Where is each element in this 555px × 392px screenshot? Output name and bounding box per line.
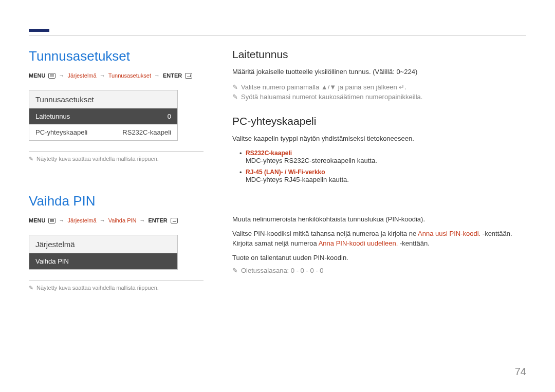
pencil-icon: ✎ [232, 83, 238, 91]
breadcrumb-seg1: Järjestelmä [67, 72, 96, 79]
breadcrumb-menu-label: MENU [29, 217, 45, 223]
pencil-icon: ✎ [232, 93, 238, 101]
divider [29, 280, 203, 281]
breadcrumb: MENU → Järjestelmä → Vaihda PIN → ENTER [29, 217, 203, 223]
horizontal-rule [29, 35, 526, 35]
note-text: Syötä haluamasi numerot kaukosäätimen nu… [241, 93, 422, 101]
list-item: RJ-45 (LAN)- / Wi-Fi-verkko MDC-yhteys R… [239, 169, 526, 183]
section-title-vaihda-pin: Vaihda PIN [29, 193, 203, 209]
row-value: RS232C-kaapeli [122, 128, 171, 136]
arrow-icon: → [100, 217, 105, 223]
enter-icon [185, 73, 192, 79]
note: ✎ Syötä haluamasi numerot kaukosäätimen … [232, 93, 526, 101]
breadcrumb-enter-label: ENTER [163, 72, 182, 79]
row-label: Vaihda PIN [35, 257, 69, 265]
accent-bar [29, 29, 49, 32]
breadcrumb-seg1: Järjestelmä [67, 217, 96, 223]
note-text: Näytetty kuva saattaa vaihdella mallista… [36, 285, 159, 291]
card-title: Tunnusasetukset [29, 90, 177, 108]
divider [29, 151, 203, 152]
section-laitetunnus: Laitetunnus Määritä jokaiselle tuotteell… [232, 48, 526, 101]
card-row-selected[interactable]: Laitetunnus 0 [29, 108, 177, 124]
breadcrumb-menu-label: MENU [29, 72, 45, 79]
row-label: Laitetunnus [35, 113, 70, 120]
subsection-title: Laitetunnus [232, 48, 526, 61]
note-text: Valitse numero painamalla ▲/▼ ja paina s… [241, 83, 406, 91]
row-label: PC-yhteyskaapeli [35, 128, 87, 136]
arrow-icon: → [139, 217, 145, 223]
arrow-icon: → [154, 72, 160, 79]
arrow-icon: → [100, 72, 105, 79]
arrow-icon: → [59, 217, 64, 223]
option-desc: MDC-yhteys RS232C-stereokaapelin kautta. [246, 157, 526, 164]
menu-icon [48, 218, 55, 223]
text-fragment: Valitse PIN-koodiksi mitkä tahansa neljä… [232, 230, 418, 237]
body-text: Valitse PIN-koodiksi mitkä tahansa neljä… [232, 229, 526, 249]
text-fragment: -kenttään. [398, 239, 429, 247]
menu-card-tunnusasetukset: Tunnusasetukset Laitetunnus 0 PC-yhteysk… [29, 90, 178, 141]
breadcrumb-enter-label: ENTER [148, 217, 167, 223]
enter-icon [171, 218, 178, 223]
inline-highlight: Anna PIN-koodi uudelleen. [319, 239, 398, 247]
section-pc-yhteyskaapeli: PC-yhteyskaapeli Valitse kaapelin tyyppi… [232, 115, 526, 184]
breadcrumb: MENU → Järjestelmä → Tunnusasetukset → E… [29, 72, 203, 79]
breadcrumb-seg2: Vaihda PIN [108, 217, 137, 223]
pencil-icon: ✎ [232, 267, 238, 274]
body-text: Muuta nelinumeroista henkilökohtaista tu… [232, 214, 526, 225]
subsection-title: PC-yhteyskaapeli [232, 115, 526, 127]
note: ✎ Oletussalasana: 0 - 0 - 0 - 0 [232, 267, 526, 274]
menu-icon [48, 73, 55, 79]
option-desc: MDC-yhteys RJ45-kaapelin kautta. [246, 176, 526, 183]
pencil-icon: ✎ [29, 285, 33, 291]
section-title-tunnusasetukset: Tunnusasetukset [29, 48, 203, 64]
note: ✎ Näytetty kuva saattaa vaihdella mallis… [29, 156, 203, 162]
arrow-icon: → [59, 72, 64, 79]
breadcrumb-seg2: Tunnusasetukset [108, 72, 151, 79]
pencil-icon: ✎ [29, 156, 33, 162]
body-text: Tuote on tallentanut uuden PIN-koodin. [232, 253, 526, 263]
menu-card-jarjestelma: Järjestelmä Vaihda PIN [29, 235, 178, 270]
body-text: Valitse kaapelin tyyppi näytön yhdistämi… [232, 134, 526, 144]
note: ✎ Valitse numero painamalla ▲/▼ ja paina… [232, 83, 526, 91]
option-title: RJ-45 (LAN)- / Wi-Fi-verkko [246, 169, 526, 176]
inline-highlight: Anna uusi PIN-koodi. [418, 230, 480, 237]
body-text: Määritä jokaiselle tuotteelle yksilöllin… [232, 67, 526, 77]
card-title: Järjestelmä [29, 235, 177, 253]
page-number: 74 [515, 366, 526, 378]
row-value: 0 [168, 113, 171, 120]
card-row[interactable]: PC-yhteyskaapeli RS232C-kaapeli [29, 124, 177, 140]
option-title: RS232C-kaapeli [246, 150, 526, 157]
note-text: Näytetty kuva saattaa vaihdella mallista… [36, 156, 159, 162]
note-text: Oletussalasana: 0 - 0 - 0 - 0 [241, 267, 323, 274]
list-item: RS232C-kaapeli MDC-yhteys RS232C-stereok… [239, 150, 526, 164]
card-row-selected[interactable]: Vaihda PIN [29, 253, 177, 269]
note: ✎ Näytetty kuva saattaa vaihdella mallis… [29, 285, 203, 291]
section-vaihda-pin-text: Muuta nelinumeroista henkilökohtaista tu… [232, 214, 526, 274]
